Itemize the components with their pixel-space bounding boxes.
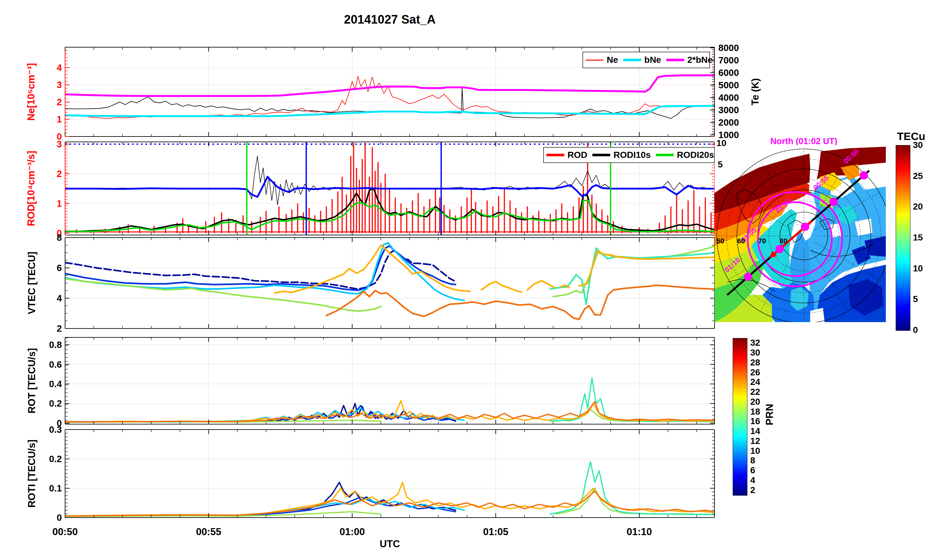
svg-text:6000: 6000 xyxy=(718,68,739,78)
panel-rot: 00.20.40.60.8 xyxy=(49,338,714,428)
tecu-colorbar xyxy=(896,145,910,331)
svg-text:0.8: 0.8 xyxy=(49,340,62,350)
svg-text:0.1: 0.1 xyxy=(49,483,62,493)
svg-text:5000: 5000 xyxy=(718,80,739,90)
svg-text:7000: 7000 xyxy=(718,55,739,65)
panel-roti: 00.10.20.3 xyxy=(49,424,714,523)
svg-text:01:00: 01:00 xyxy=(339,526,365,537)
legend-label: RODI10s xyxy=(613,150,651,160)
series-PRN-green xyxy=(65,246,714,311)
series-PRN-orange xyxy=(326,285,714,319)
prn-colorbar xyxy=(733,338,747,496)
svg-text:00:55: 00:55 xyxy=(196,526,221,537)
series-ROTI-gold xyxy=(65,483,714,516)
svg-text:0.4: 0.4 xyxy=(49,379,62,389)
legend-line-sample xyxy=(546,154,564,156)
track-time-dot xyxy=(829,198,838,206)
p2-right-tick-5: 5 xyxy=(718,159,723,170)
legend-label: 2*bNe xyxy=(687,55,713,65)
legend-line-sample xyxy=(586,60,604,61)
series-PRN-teal xyxy=(550,248,714,304)
svg-text:2: 2 xyxy=(57,169,62,179)
svg-text:4000: 4000 xyxy=(718,92,739,103)
legend-rod: RODRODI10sRODI20s xyxy=(543,147,715,163)
svg-text:4: 4 xyxy=(57,62,62,73)
track-time-dot xyxy=(801,222,809,231)
legend-item-RODI20s: RODI20s xyxy=(653,150,717,160)
legend-line-sample xyxy=(623,59,641,61)
series-ROTI-navy xyxy=(65,483,455,516)
svg-text:0.3: 0.3 xyxy=(49,424,62,435)
legend-line-sample xyxy=(666,59,684,61)
track-time-dot xyxy=(744,272,752,281)
figure-root: { "title": "20141027 Sat_A", "xlabel": "… xyxy=(0,0,926,560)
latitude-label: 80 xyxy=(779,237,787,245)
svg-text:1: 1 xyxy=(57,198,62,209)
latitude-label: 50 xyxy=(716,237,724,245)
series-bNe xyxy=(65,106,714,116)
series-2bNe xyxy=(65,75,714,96)
latitude-label: 70 xyxy=(758,237,766,245)
legend-item-Ne: Ne xyxy=(583,55,621,65)
legend-item-ROD: ROD xyxy=(544,150,590,160)
svg-text:0.2: 0.2 xyxy=(49,454,62,464)
svg-text:0.2: 0.2 xyxy=(49,398,62,409)
legend-label: Ne xyxy=(607,55,618,65)
svg-text:3000: 3000 xyxy=(718,105,739,115)
svg-text:3: 3 xyxy=(57,139,62,149)
panel-vtec: 2468 xyxy=(57,233,714,334)
svg-text:4: 4 xyxy=(57,293,62,303)
svg-text:00:50: 00:50 xyxy=(52,526,77,537)
svg-text:1: 1 xyxy=(57,114,62,124)
svg-text:2: 2 xyxy=(57,97,62,107)
polar-tec-map: 00:5000:5501:0001:0501:1080706050 xyxy=(714,145,886,322)
legend-label: bNe xyxy=(645,55,661,65)
legend-line-sample xyxy=(656,154,674,156)
track-time-dot xyxy=(775,245,784,253)
svg-text:3: 3 xyxy=(57,80,62,90)
svg-text:01:10: 01:10 xyxy=(627,526,652,537)
latitude-label: 60 xyxy=(737,237,745,245)
legend-item-RODI10s: RODI10s xyxy=(590,150,653,160)
legend-item-bNe: bNe xyxy=(621,55,664,65)
svg-text:2000: 2000 xyxy=(718,117,739,127)
svg-text:01:05: 01:05 xyxy=(483,526,508,537)
svg-text:0: 0 xyxy=(57,513,62,523)
svg-text:0.6: 0.6 xyxy=(49,359,62,369)
svg-text:8: 8 xyxy=(57,233,62,243)
legend-label: ROD xyxy=(567,150,587,160)
legend-label: RODI20s xyxy=(677,150,714,160)
series-ROTI-orange xyxy=(65,491,714,516)
p2-right-tick-10: 10 xyxy=(716,138,726,148)
legend-ne: NebNe2*bNe xyxy=(583,51,710,68)
track-time-dot xyxy=(859,171,868,180)
legend-line-sample xyxy=(592,154,610,156)
svg-text:8000: 8000 xyxy=(718,43,739,53)
svg-text:6: 6 xyxy=(57,263,62,273)
svg-text:2: 2 xyxy=(57,323,62,334)
legend-item-2*bNe: 2*bNe xyxy=(664,55,715,65)
